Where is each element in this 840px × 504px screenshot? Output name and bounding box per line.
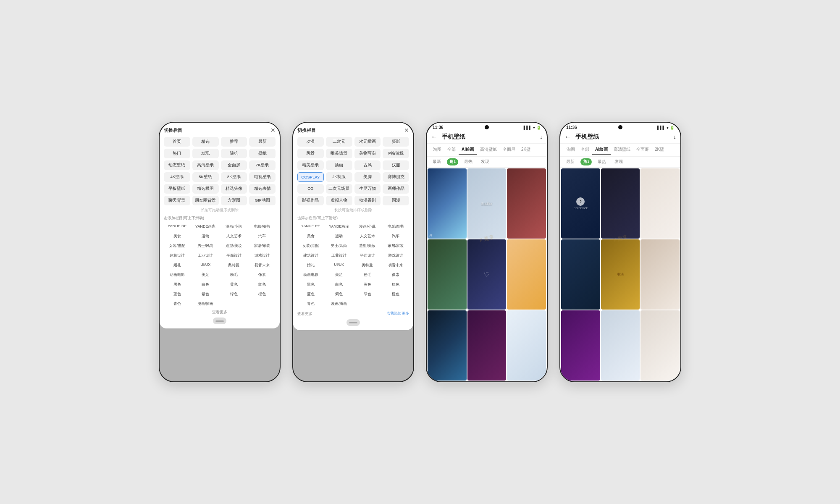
wpsubtab-4-4[interactable]: 发现 [612, 158, 625, 165]
dli-2-22[interactable]: 美足 [326, 271, 353, 279]
dli-2-16[interactable]: 游戏设计 [383, 252, 410, 260]
dli-2-1[interactable]: YANDE.RE [297, 223, 324, 231]
di-2-11[interactable]: 古风 [354, 160, 381, 170]
wptab-4-2[interactable]: 全部 [578, 145, 592, 155]
wpsubtab-3-1[interactable]: 最新 [430, 158, 444, 165]
wp-cell-4-8[interactable] [601, 310, 640, 381]
download-icon-4[interactable]: ↓ [673, 134, 676, 140]
dli-2-13[interactable]: 建筑设计 [297, 252, 324, 260]
dli-2-19[interactable]: 奥特曼 [354, 261, 381, 269]
dli-1-25[interactable]: 黑色 [164, 281, 191, 289]
dli-1-26[interactable]: 白色 [192, 281, 219, 289]
wp-cell-4-6[interactable] [640, 239, 680, 310]
di-2-7[interactable]: 美物写实 [354, 149, 381, 158]
dli-2-23[interactable]: 粉毛 [354, 271, 381, 279]
drawer-add-more-2[interactable]: 点我添加更多 [386, 311, 409, 316]
di-2-1[interactable]: 动漫 [297, 137, 324, 147]
wpsubtab-3-4[interactable]: 发现 [478, 158, 492, 165]
wp-cell-3-3[interactable] [507, 168, 546, 239]
dli-2-4[interactable]: 电影/图书 [383, 223, 410, 231]
dli-1-30[interactable]: 紫色 [192, 290, 219, 298]
di-2-2[interactable]: 二次元 [326, 137, 352, 147]
dli-1-2[interactable]: YANDE画库 [192, 223, 219, 231]
dli-1-10[interactable]: 男士/风尚 [192, 242, 219, 250]
di-1-7[interactable]: 随机 [221, 149, 247, 158]
download-icon-3[interactable]: ↓ [540, 134, 543, 140]
drawer-close-1[interactable]: ✕ [270, 131, 276, 134]
wp-cell-4-9[interactable] [640, 310, 680, 381]
dli-2-9[interactable]: 女装/搭配 [297, 242, 324, 250]
drawer-close-2[interactable]: ✕ [404, 131, 409, 134]
di-1-9[interactable]: 动态壁纸 [164, 160, 190, 170]
di-1-5[interactable]: 热门 [164, 149, 190, 158]
di-1-14[interactable]: 5K壁纸 [192, 172, 219, 182]
wp-cell-3-1[interactable]: AI [428, 168, 467, 239]
dli-2-14[interactable]: 工业设计 [326, 252, 353, 260]
dli-2-34[interactable]: 漫画/插画 [326, 300, 353, 308]
di-1-15[interactable]: 8K壁纸 [221, 172, 247, 182]
di-1-10[interactable]: 高清壁纸 [192, 160, 219, 170]
dli-2-12[interactable]: 家居/家装 [383, 242, 410, 250]
dli-1-4[interactable]: 电影/图书 [249, 223, 276, 231]
dli-1-16[interactable]: 游戏设计 [249, 252, 276, 260]
drawer-more-2[interactable]: 查看更多 [297, 311, 312, 317]
wptab-3-5[interactable]: 全面屏 [500, 145, 518, 155]
di-1-18[interactable]: 精选模图 [192, 184, 219, 194]
dli-2-33[interactable]: 青色 [297, 300, 324, 308]
di-1-4[interactable]: 最新 [249, 137, 276, 147]
wptab-3-4[interactable]: 高清壁纸 [477, 145, 500, 155]
dli-2-3[interactable]: 漫画/小说 [354, 223, 381, 231]
di-2-15[interactable]: 美脚 [354, 172, 381, 182]
di-2-19[interactable]: 生灵万物 [354, 184, 381, 194]
wptab-4-1[interactable]: 淘图 [564, 145, 578, 155]
di-2-21[interactable]: 影视作品 [297, 196, 324, 205]
dli-2-21[interactable]: 动画电影 [297, 271, 324, 279]
wp-cell-3-5[interactable]: ♡ [467, 239, 507, 310]
wptab-3-3[interactable]: AI绘画 [459, 145, 477, 155]
back-icon-3[interactable]: ← [431, 133, 438, 141]
wp-cell-3-4[interactable] [428, 239, 467, 310]
di-2-20[interactable]: 画师作品 [383, 184, 409, 194]
dli-2-30[interactable]: 紫色 [326, 290, 353, 298]
di-1-22[interactable]: 朋友圈背景 [192, 196, 219, 205]
dli-2-31[interactable]: 绿色 [354, 290, 381, 298]
wp-cell-3-8[interactable] [467, 310, 507, 381]
dli-2-10[interactable]: 男士/风尚 [326, 242, 353, 250]
di-2-10[interactable]: 插画 [326, 160, 352, 170]
dli-1-31[interactable]: 绿色 [220, 290, 247, 298]
di-1-16[interactable]: 电视壁纸 [249, 172, 276, 182]
di-2-18[interactable]: 二次元场景 [326, 184, 352, 194]
dli-1-15[interactable]: 平面设计 [220, 252, 247, 260]
di-1-8[interactable]: 壁纸 [249, 149, 276, 158]
dli-1-5[interactable]: 美食 [164, 232, 191, 240]
di-2-6[interactable]: 唯美场景 [326, 149, 352, 158]
dli-1-11[interactable]: 造型/美妆 [220, 242, 247, 250]
dli-2-29[interactable]: 蓝色 [297, 290, 324, 298]
dli-1-24[interactable]: 像素 [249, 271, 276, 279]
wptab-4-3[interactable]: AI绘画 [592, 145, 611, 155]
wpsubtab-4-3[interactable]: 最热 [595, 158, 609, 165]
wp-cell-4-5[interactable]: 书法 [601, 239, 640, 310]
di-2-24[interactable]: 国漫 [383, 196, 409, 205]
dli-1-7[interactable]: 人文艺术 [220, 232, 247, 240]
wpsubtab-4-2[interactable]: 角1 [580, 158, 592, 165]
di-2-4[interactable]: 摄影 [383, 137, 409, 147]
dli-2-28[interactable]: 红色 [383, 281, 410, 289]
drawer-scroll-1[interactable] [213, 318, 226, 324]
dli-1-20[interactable]: 初音未来 [249, 261, 276, 269]
dli-1-9[interactable]: 女装/搭配 [164, 242, 191, 250]
dli-1-22[interactable]: 美足 [192, 271, 219, 279]
dli-1-29[interactable]: 蓝色 [164, 290, 191, 298]
di-1-2[interactable]: 精选 [192, 137, 219, 147]
dli-1-14[interactable]: 工业设计 [192, 252, 219, 260]
wp-cell-4-4[interactable] [561, 239, 600, 310]
dli-1-1[interactable]: YANDE.RE [164, 223, 191, 231]
wptab-3-1[interactable]: 淘图 [430, 145, 444, 155]
di-2-8[interactable]: P站转载 [383, 149, 409, 158]
di-1-13[interactable]: 4K壁纸 [164, 172, 190, 182]
wptab-3-6[interactable]: 2K壁 [518, 145, 533, 155]
dli-1-34[interactable]: 漫画/插画 [192, 300, 219, 308]
back-icon-4[interactable]: ← [564, 133, 571, 141]
dli-2-25[interactable]: 黑色 [297, 281, 324, 289]
dli-1-8[interactable]: 汽车 [249, 232, 276, 240]
